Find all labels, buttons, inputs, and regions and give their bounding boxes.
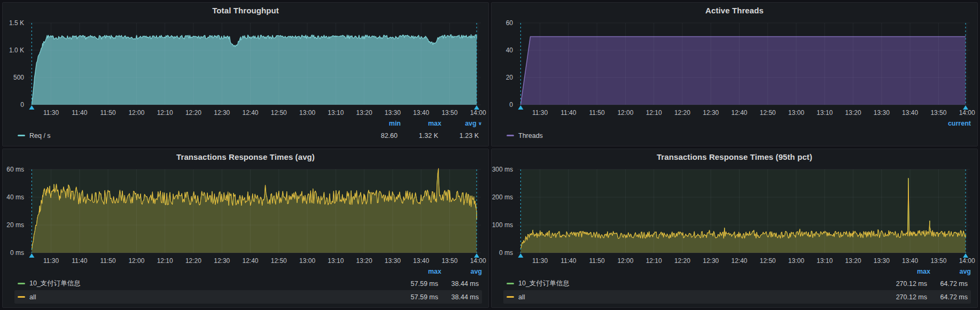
svg-text:12:00: 12:00 bbox=[128, 109, 144, 117]
svg-text:11:50: 11:50 bbox=[589, 257, 605, 265]
svg-text:13:00: 13:00 bbox=[299, 257, 315, 265]
panel-header: Active Threads bbox=[492, 3, 977, 18]
legend-column-avg[interactable]: avg bbox=[441, 268, 482, 275]
svg-text:12:30: 12:30 bbox=[703, 257, 719, 265]
panel-header: Total Throughput bbox=[3, 3, 488, 18]
legend-column-max[interactable]: max bbox=[890, 268, 930, 275]
svg-text:11:50: 11:50 bbox=[589, 109, 605, 117]
svg-text:12:30: 12:30 bbox=[703, 109, 719, 117]
svg-text:13:50: 13:50 bbox=[930, 257, 946, 265]
y-axis-labels: 0 ms100 ms200 ms300 ms bbox=[492, 166, 513, 257]
panel-title-active-threads[interactable]: Active Threads bbox=[705, 6, 764, 15]
svg-text:14:00: 14:00 bbox=[959, 257, 975, 265]
svg-text:13:20: 13:20 bbox=[845, 257, 861, 265]
sort-caret-icon: ∨ bbox=[478, 121, 482, 126]
panel-response-times-95th: Transactions Response Times (95th pct) 0… bbox=[491, 149, 978, 308]
svg-text:11:50: 11:50 bbox=[100, 257, 116, 265]
svg-text:12:10: 12:10 bbox=[646, 109, 662, 117]
svg-text:12:20: 12:20 bbox=[185, 257, 201, 265]
legend-column-min[interactable]: min bbox=[360, 120, 401, 127]
svg-text:60: 60 bbox=[506, 19, 514, 27]
svg-text:0: 0 bbox=[509, 101, 513, 108]
dashboard-grid: Total Throughput 05001.0 K1.5 K11:3011:4… bbox=[0, 0, 980, 310]
legend-total-throughput: minmaxavg∨Req / s82.601.32 K1.23 K bbox=[3, 119, 488, 146]
y-axis-labels: 0 ms20 ms40 ms60 ms bbox=[6, 166, 24, 257]
panel-title-total-throughput[interactable]: Total Throughput bbox=[212, 6, 279, 15]
panel-title-response-times-95th[interactable]: Transactions Response Times (95th pct) bbox=[657, 152, 812, 161]
legend-stat-value: 57.59 ms bbox=[398, 293, 438, 301]
svg-text:13:30: 13:30 bbox=[385, 257, 401, 265]
svg-text:500: 500 bbox=[13, 74, 24, 81]
panel-title-response-times-avg[interactable]: Transactions Response Times (avg) bbox=[176, 152, 315, 161]
panel-total-throughput: Total Throughput 05001.0 K1.5 K11:3011:4… bbox=[2, 2, 489, 146]
svg-text:13:20: 13:20 bbox=[845, 109, 861, 117]
svg-text:14:00: 14:00 bbox=[959, 109, 975, 117]
annotation-marker-icon bbox=[29, 253, 34, 258]
series-color-marker-icon bbox=[507, 296, 514, 298]
svg-text:12:10: 12:10 bbox=[157, 109, 173, 117]
series-color-marker-icon bbox=[507, 283, 514, 284]
svg-text:11:40: 11:40 bbox=[561, 257, 576, 265]
series-color-marker-icon bbox=[18, 283, 25, 284]
legend-active-threads: currentThreads bbox=[492, 119, 977, 146]
svg-text:13:10: 13:10 bbox=[816, 257, 833, 265]
chart-active-threads[interactable]: 020406011:3011:4011:5012:0012:1012:2012:… bbox=[492, 18, 977, 119]
legend-stat-value: 38.44 ms bbox=[438, 280, 479, 288]
svg-text:11:30: 11:30 bbox=[43, 257, 59, 265]
legend-stat-value: 57.59 ms bbox=[398, 280, 438, 288]
svg-text:300 ms: 300 ms bbox=[492, 166, 513, 173]
svg-text:11:40: 11:40 bbox=[72, 109, 87, 117]
y-axis-labels: 0204060 bbox=[506, 19, 514, 108]
legend-stat-value: 1.32 K bbox=[398, 132, 438, 140]
legend-series-label: Threads bbox=[518, 132, 543, 140]
x-axis-labels: 11:3011:4011:5012:0012:1012:2012:3012:40… bbox=[532, 257, 975, 265]
svg-text:20: 20 bbox=[506, 74, 514, 81]
svg-text:11:40: 11:40 bbox=[561, 109, 576, 117]
annotation-marker-icon bbox=[518, 253, 523, 258]
svg-text:11:30: 11:30 bbox=[43, 109, 59, 117]
legend-column-current[interactable]: current bbox=[930, 120, 971, 127]
svg-text:14:00: 14:00 bbox=[470, 109, 486, 117]
legend-series-label: 10_支付订单信息 bbox=[518, 279, 570, 288]
legend-row[interactable]: all270.12 ms64.72 ms bbox=[503, 290, 971, 304]
legend-row[interactable]: 10_支付订单信息270.12 ms64.72 ms bbox=[503, 277, 971, 290]
svg-text:13:50: 13:50 bbox=[441, 257, 457, 265]
legend-column-max[interactable]: max bbox=[401, 268, 441, 275]
x-axis-labels: 11:3011:4011:5012:0012:1012:2012:3012:40… bbox=[43, 257, 486, 265]
legend-stat-value: 270.12 ms bbox=[886, 280, 927, 288]
svg-text:11:50: 11:50 bbox=[100, 109, 116, 117]
legend-series-label: all bbox=[518, 293, 525, 301]
legend-row[interactable]: 10_支付订单信息57.59 ms38.44 ms bbox=[14, 277, 482, 290]
series-color-marker-icon bbox=[18, 296, 25, 298]
legend-row[interactable]: Threads bbox=[503, 129, 971, 142]
svg-text:12:40: 12:40 bbox=[242, 109, 258, 117]
svg-text:12:50: 12:50 bbox=[760, 257, 776, 265]
legend-stats-header: current bbox=[503, 119, 971, 128]
svg-text:14:00: 14:00 bbox=[470, 257, 486, 265]
legend-stats-header: maxavg bbox=[503, 267, 971, 276]
chart-total-throughput[interactable]: 05001.0 K1.5 K11:3011:4011:5012:0012:101… bbox=[3, 18, 488, 119]
svg-text:13:50: 13:50 bbox=[441, 109, 457, 117]
annotation-marker-icon bbox=[518, 105, 523, 110]
legend-column-avg[interactable]: avg bbox=[930, 268, 971, 275]
legend-stat-value: 270.12 ms bbox=[886, 293, 927, 301]
svg-text:13:00: 13:00 bbox=[788, 109, 804, 117]
svg-text:11:30: 11:30 bbox=[532, 109, 548, 117]
svg-text:11:30: 11:30 bbox=[532, 257, 548, 265]
svg-text:0: 0 bbox=[20, 101, 24, 108]
legend-stats-header: maxavg bbox=[14, 267, 482, 276]
legend-series-label: Req / s bbox=[29, 132, 51, 140]
legend-row[interactable]: Req / s82.601.32 K1.23 K bbox=[14, 129, 482, 142]
panel-header: Transactions Response Times (avg) bbox=[3, 149, 488, 164]
series-color-marker-icon bbox=[18, 135, 25, 136]
chart-response-times-avg[interactable]: 0 ms20 ms40 ms60 ms11:3011:4011:5012:001… bbox=[3, 164, 488, 267]
svg-text:40: 40 bbox=[506, 46, 514, 54]
svg-text:13:10: 13:10 bbox=[328, 257, 344, 265]
chart-response-times-95th[interactable]: 0 ms100 ms200 ms300 ms11:3011:4011:5012:… bbox=[492, 164, 977, 267]
legend-row[interactable]: all57.59 ms38.44 ms bbox=[14, 290, 482, 304]
legend-response-times-avg: maxavg10_支付订单信息57.59 ms38.44 msall57.59 … bbox=[3, 267, 488, 307]
legend-column-avg[interactable]: avg∨ bbox=[441, 120, 482, 127]
svg-text:12:20: 12:20 bbox=[674, 109, 690, 117]
svg-text:13:10: 13:10 bbox=[328, 109, 344, 117]
legend-column-max[interactable]: max bbox=[401, 120, 441, 127]
